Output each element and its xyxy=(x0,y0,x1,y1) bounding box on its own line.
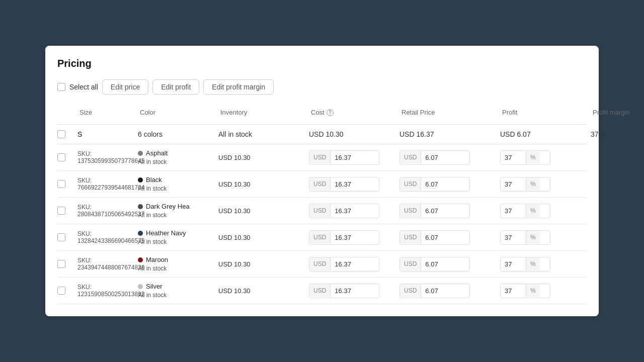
margin-percent-suffix: % xyxy=(526,177,540,191)
summary-checkbox[interactable] xyxy=(57,130,65,138)
color-dot xyxy=(138,177,143,183)
color-name: Dark Grey Hea xyxy=(146,203,190,210)
sku-text: SKU: 28084387105065492537 xyxy=(77,204,138,218)
margin-input[interactable] xyxy=(501,151,526,164)
col-cost: Cost ? xyxy=(309,105,399,120)
cost-text: USD 10.30 xyxy=(218,234,309,241)
row-checkbox-cell xyxy=(57,207,77,215)
color-dot xyxy=(138,284,143,289)
color-name: Heather Navy xyxy=(146,229,186,237)
cost-text: USD 10.30 xyxy=(218,180,309,188)
margin-percent-suffix: % xyxy=(526,231,540,244)
margin-cell: % xyxy=(500,150,591,165)
row-checkbox-cell xyxy=(57,287,77,295)
margin-input[interactable] xyxy=(501,231,526,244)
stock-text: All in stock xyxy=(138,158,218,165)
retail-currency-prefix: USD xyxy=(309,177,331,191)
retail-price-input[interactable] xyxy=(331,257,366,271)
sku-text: SKU: 13753059935073778645 xyxy=(77,150,138,164)
row-checkbox-cell xyxy=(57,260,77,268)
margin-cell: % xyxy=(500,230,591,245)
profit-input[interactable] xyxy=(421,177,451,191)
retail-price-input[interactable] xyxy=(331,151,366,164)
row-checkbox[interactable] xyxy=(57,153,65,161)
detail-row: SKU: 76669227939544681704 Black All in s… xyxy=(57,171,587,198)
profit-input[interactable] xyxy=(421,151,451,164)
row-checkbox-cell xyxy=(57,233,77,241)
retail-price-cell: USD xyxy=(309,284,399,298)
sku-text: SKU: 23439474488087674836 xyxy=(77,257,138,271)
margin-input[interactable] xyxy=(501,257,526,271)
sku-text: SKU: 76669227939544681704 xyxy=(77,177,138,191)
retail-price-cell: USD xyxy=(309,257,399,272)
row-checkbox[interactable] xyxy=(57,260,65,268)
cost-text: USD 10.30 xyxy=(218,207,309,215)
profit-currency-prefix: USD xyxy=(400,257,421,270)
select-all-checkbox[interactable] xyxy=(57,83,65,91)
summary-retail-price: USD 16.37 xyxy=(399,130,500,138)
cost-text: USD 10.30 xyxy=(218,260,309,268)
margin-cell: % xyxy=(500,177,591,192)
color-dot xyxy=(138,151,143,156)
row-checkbox[interactable] xyxy=(57,180,65,188)
select-all-label: Select all xyxy=(69,83,98,91)
profit-input[interactable] xyxy=(421,231,451,244)
margin-input-group: % xyxy=(500,257,550,272)
margin-input[interactable] xyxy=(501,284,526,298)
stock-text: All in stock xyxy=(138,265,218,272)
edit-profit-margin-button[interactable]: Edit profit margin xyxy=(203,79,274,95)
margin-input-group: % xyxy=(500,204,550,218)
retail-price-input[interactable] xyxy=(331,231,366,244)
summary-margin: 37% ⌃ xyxy=(591,129,644,140)
retail-price-input[interactable] xyxy=(331,177,366,191)
profit-currency-prefix: USD xyxy=(400,151,421,164)
margin-input[interactable] xyxy=(501,177,526,191)
color-cell: Maroon All in stock xyxy=(138,256,218,272)
row-checkbox[interactable] xyxy=(57,233,65,241)
edit-price-button[interactable]: Edit price xyxy=(102,79,148,95)
col-profit: Profit xyxy=(500,105,591,120)
table-header: Size Color Inventory Cost ? Retail Price… xyxy=(57,105,587,125)
retail-price-input-group: USD xyxy=(309,230,379,245)
col-retail-price: Retail Price xyxy=(399,105,500,120)
select-all-wrapper: Select all xyxy=(57,83,98,91)
retail-price-input-group: USD xyxy=(309,150,379,165)
cost-help-icon[interactable]: ? xyxy=(327,109,334,116)
profit-input[interactable] xyxy=(421,284,451,298)
profit-input[interactable] xyxy=(421,204,451,218)
retail-price-input-group: USD xyxy=(309,177,379,192)
retail-price-cell: USD xyxy=(309,230,399,245)
row-checkbox-cell xyxy=(57,180,77,188)
col-profit-margin: Profit margin xyxy=(591,105,644,120)
sku-text: SKU: 13284243386690466575 xyxy=(77,230,138,244)
color-cell: Heather Navy All in stock xyxy=(138,229,218,245)
summary-size: S xyxy=(77,130,138,138)
retail-currency-prefix: USD xyxy=(309,257,331,270)
color-cell: Black All in stock xyxy=(138,176,218,192)
row-checkbox[interactable] xyxy=(57,207,65,215)
cost-text: USD 10.30 xyxy=(218,154,309,161)
profit-currency-prefix: USD xyxy=(400,231,421,244)
col-color: Color xyxy=(138,105,218,120)
margin-input[interactable] xyxy=(501,204,526,218)
retail-price-input[interactable] xyxy=(331,284,366,298)
retail-price-input[interactable] xyxy=(331,204,366,218)
sku-text: SKU: 12315908500253013892 xyxy=(77,284,138,298)
edit-profit-button[interactable]: Edit profit xyxy=(152,79,199,95)
profit-input-group: USD xyxy=(399,204,470,218)
margin-percent-suffix: % xyxy=(526,204,540,217)
retail-price-cell: USD xyxy=(309,177,399,192)
stock-text: All in stock xyxy=(138,185,218,192)
summary-checkbox-cell xyxy=(57,130,77,138)
row-checkbox[interactable] xyxy=(57,287,65,295)
color-name: Black xyxy=(146,176,162,184)
summary-colors: 6 colors xyxy=(138,130,218,138)
profit-input[interactable] xyxy=(421,257,451,271)
retail-currency-prefix: USD xyxy=(309,231,331,244)
retail-price-input-group: USD xyxy=(309,284,379,298)
pricing-card: Pricing Select all Edit price Edit profi… xyxy=(45,46,599,316)
margin-input-group: % xyxy=(500,150,550,165)
stock-text: All in stock xyxy=(138,238,218,245)
retail-currency-prefix: USD xyxy=(309,284,331,297)
pricing-table: Size Color Inventory Cost ? Retail Price… xyxy=(57,105,587,304)
